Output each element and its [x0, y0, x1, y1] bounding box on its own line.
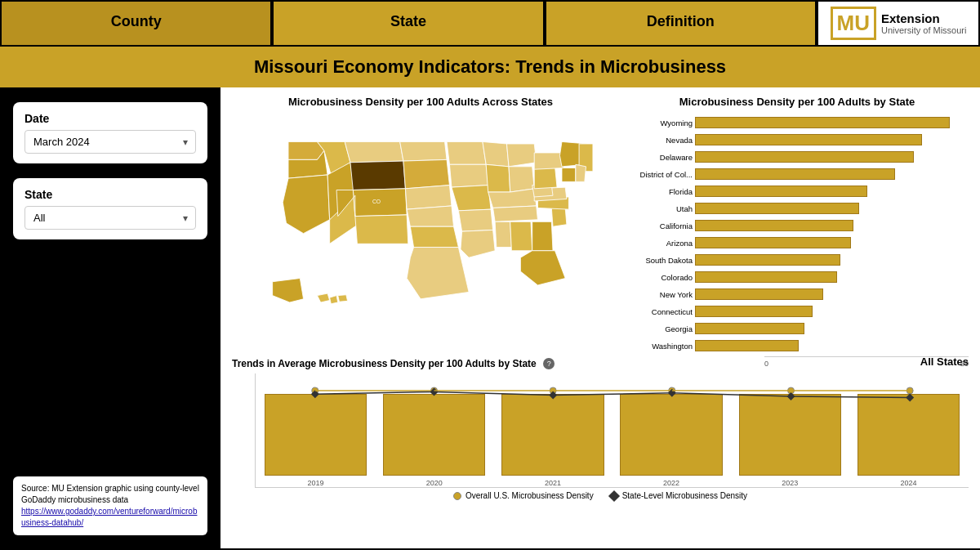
hbar-row: California [695, 219, 969, 232]
charts-area: Microbusiness Density per 100 Adults Acr… [220, 87, 980, 548]
bar-chart-section: Microbusiness Density per 100 Adults by … [626, 96, 969, 349]
svg-marker-18 [447, 141, 486, 164]
info-icon[interactable]: ? [543, 358, 555, 369]
date-filter-label: Date [24, 112, 196, 125]
page-title: Missouri Economy Indicators: Trends in M… [0, 47, 980, 87]
sidebar: Date March 2024 ▾ State All ▾ Source: MU… [0, 87, 220, 548]
horizontal-bar-chart: WyomingNevadaDelawareDistrict of Col...F… [626, 113, 969, 325]
svg-marker-10 [355, 215, 408, 244]
svg-marker-1 [288, 141, 324, 159]
hbar-fill [695, 220, 853, 231]
trend-bar-group: 2019 [259, 373, 372, 487]
svg-marker-29 [495, 221, 511, 247]
legend-dot-overall [453, 492, 461, 500]
trend-year-label: 2023 [782, 479, 798, 487]
hbar-fill [695, 254, 840, 266]
trend-bars: 201920202021202220232024 [256, 373, 969, 487]
date-select-wrapper[interactable]: March 2024 ▾ [24, 130, 196, 154]
mu-monogram: MU [831, 7, 876, 40]
svg-marker-8 [350, 161, 406, 190]
svg-marker-25 [506, 144, 536, 167]
hbar-state-label: Georgia [626, 324, 693, 333]
hbar-fill [695, 237, 851, 248]
svg-text:CO: CO [372, 199, 381, 204]
svg-marker-42 [576, 164, 586, 181]
hbar-state-label: Nevada [626, 136, 693, 145]
trend-bar-group: 2023 [733, 373, 847, 487]
hbar-state-label: South Dakota [626, 256, 693, 265]
hbar-row: Colorado [695, 271, 969, 284]
svg-marker-14 [405, 186, 452, 210]
hbar-fill [695, 168, 895, 180]
trend-bar [265, 394, 367, 476]
tab-state[interactable]: State [272, 0, 544, 47]
us-map: CO [232, 113, 609, 333]
trend-year-label: 2022 [663, 479, 679, 487]
logo-title: Extension [881, 11, 967, 25]
hbar-state-label: California [626, 221, 693, 230]
svg-marker-21 [458, 209, 492, 231]
state-select-wrapper[interactable]: All ▾ [24, 206, 196, 230]
hbar-track [695, 340, 969, 351]
hbar-state-label: Wyoming [626, 118, 693, 127]
date-select[interactable]: March 2024 [24, 130, 196, 154]
state-filter-card: State All ▾ [13, 178, 207, 239]
hbar-row: Florida [695, 185, 969, 198]
hbar-state-label: Utah [626, 204, 693, 213]
hbar-row: Nevada [695, 133, 969, 146]
hbar-track [695, 203, 969, 214]
legend-diamond-state [608, 490, 620, 501]
hbar-track [695, 134, 969, 145]
svg-marker-37 [534, 167, 557, 189]
hbar-row: District of Col... [695, 168, 969, 181]
map-chart-title: Microbusiness Density per 100 Adults Acr… [232, 96, 609, 108]
svg-marker-17 [407, 248, 469, 299]
trend-bar [739, 394, 841, 476]
svg-marker-12 [400, 141, 447, 161]
svg-marker-41 [562, 168, 576, 182]
map-section: Microbusiness Density per 100 Adults Acr… [232, 96, 609, 349]
hbar-track [695, 271, 969, 283]
state-filter-label: State [24, 188, 196, 201]
hbar-track [695, 117, 969, 128]
hbar-fill [695, 323, 804, 334]
hbar-row: Arizona [695, 236, 969, 249]
hbar-row: South Dakota [695, 253, 969, 266]
svg-marker-13 [403, 159, 450, 188]
hbar-fill [695, 117, 950, 128]
trend-year-label: 2020 [426, 479, 443, 487]
source-link[interactable]: https://www.godaddy.com/ventureforward/m… [21, 507, 197, 527]
state-select[interactable]: All [24, 206, 196, 230]
hbar-row: New York [695, 288, 969, 301]
hbar-fill [695, 306, 813, 317]
legend-label-state: State-Level Microbusiness Density [622, 491, 747, 500]
top-charts-row: Microbusiness Density per 100 Adults Acr… [232, 96, 969, 349]
trend-bar [858, 394, 960, 476]
x-tick-0: 0 [764, 360, 768, 368]
trend-year-label: 2021 [545, 479, 561, 487]
tab-county[interactable]: County [0, 0, 272, 47]
svg-marker-20 [452, 186, 491, 211]
hbar-row: Utah [695, 202, 969, 215]
svg-marker-26 [509, 167, 534, 192]
hbar-state-label: Delaware [626, 153, 693, 162]
trend-chart-wrapper: 10 5 0 201920202021202220232024 [232, 373, 969, 488]
hbar-track [695, 323, 969, 334]
svg-marker-33 [551, 208, 567, 226]
trend-bar-group: 2020 [377, 373, 491, 487]
trend-chart-section: Trends in Average Microbusiness Density … [232, 355, 969, 507]
hbar-state-label: Connecticut [626, 307, 693, 316]
bar-chart-title: Microbusiness Density per 100 Adults by … [626, 96, 969, 108]
svg-marker-15 [407, 206, 453, 226]
hbar-fill [695, 186, 867, 197]
trend-bar-group: 2021 [496, 373, 609, 487]
tab-definition[interactable]: Definition [545, 0, 817, 47]
source-attribution: Source: MU Extension graphic using count… [13, 476, 207, 535]
trend-bar-group: 2022 [615, 373, 728, 487]
trend-bar [383, 394, 485, 476]
legend-item-overall: Overall U.S. Microbusiness Density [453, 491, 594, 500]
hbar-state-label: Arizona [626, 239, 693, 248]
trend-bar [501, 394, 604, 476]
legend-item-state: State-Level Microbusiness Density [610, 491, 747, 500]
hbar-track [695, 168, 969, 180]
